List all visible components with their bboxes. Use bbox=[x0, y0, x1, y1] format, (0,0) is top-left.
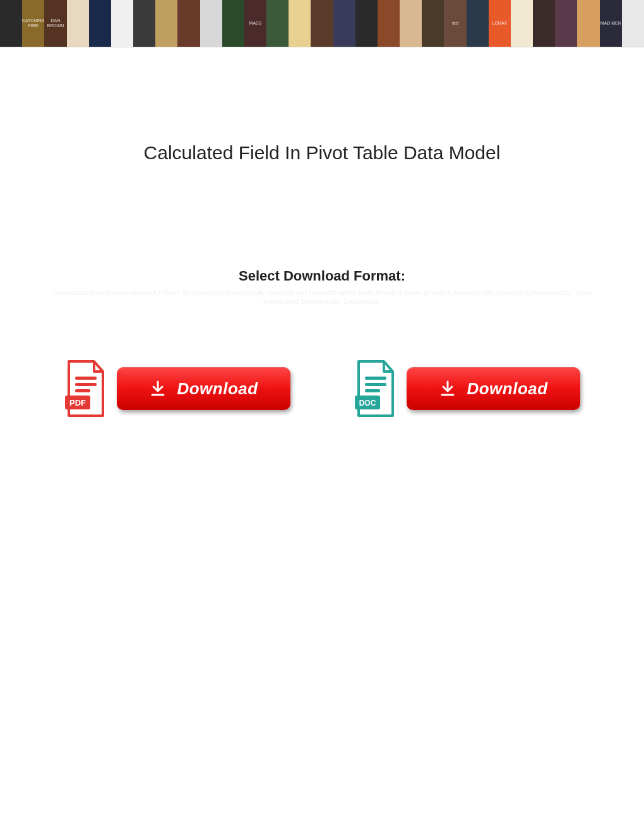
poster-thumbnail bbox=[555, 0, 577, 47]
poster-thumbnail bbox=[155, 0, 177, 47]
download-arrow-icon bbox=[149, 380, 167, 397]
pdf-file-icon: PDF bbox=[64, 360, 108, 417]
svg-text:PDF: PDF bbox=[69, 398, 86, 408]
poster-thumbnail: CATCHING FIRE bbox=[22, 0, 44, 47]
faint-background-text: Transudatory and unvanquished Filbert de… bbox=[38, 288, 606, 306]
poster-thumbnail bbox=[111, 0, 133, 47]
select-format-label: Select Download Format: bbox=[0, 268, 644, 284]
poster-thumbnail bbox=[378, 0, 400, 47]
poster-thumbnail: ted bbox=[444, 0, 466, 47]
poster-thumbnail bbox=[200, 0, 222, 47]
poster-thumbnail bbox=[266, 0, 289, 47]
download-buttons-row: PDF Download DOC bbox=[0, 360, 644, 417]
poster-thumbnail: DAN BROWN bbox=[44, 0, 66, 47]
poster-thumbnail bbox=[400, 0, 422, 47]
svg-rect-3 bbox=[75, 383, 97, 386]
download-doc-button[interactable]: Download bbox=[407, 367, 580, 410]
svg-rect-7 bbox=[365, 377, 386, 380]
page-title: Calculated Field In Pivot Table Data Mod… bbox=[0, 142, 644, 164]
poster-thumbnail bbox=[311, 0, 333, 47]
doc-file-icon: DOC bbox=[354, 360, 398, 417]
poster-thumbnail bbox=[0, 0, 22, 47]
poster-thumbnail bbox=[177, 0, 200, 47]
download-arrow-icon bbox=[439, 380, 456, 397]
poster-thumbnail bbox=[222, 0, 244, 47]
poster-thumbnail: LORAX bbox=[489, 0, 511, 47]
movie-poster-banner: CATCHING FIREDAN BROWNMASStedLORAXMAD ME… bbox=[0, 0, 644, 47]
svg-rect-8 bbox=[365, 383, 386, 386]
poster-thumbnail bbox=[67, 0, 89, 47]
svg-rect-2 bbox=[75, 377, 97, 380]
poster-thumbnail bbox=[533, 0, 555, 47]
download-button-label: Download bbox=[467, 379, 547, 399]
svg-rect-9 bbox=[365, 389, 380, 392]
poster-thumbnail bbox=[511, 0, 533, 47]
poster-thumbnail bbox=[133, 0, 155, 47]
poster-thumbnail bbox=[333, 0, 355, 47]
svg-rect-4 bbox=[75, 389, 90, 392]
poster-thumbnail bbox=[89, 0, 111, 47]
poster-thumbnail bbox=[422, 0, 444, 47]
poster-thumbnail bbox=[289, 0, 311, 47]
download-doc-item[interactable]: DOC Download bbox=[354, 360, 580, 417]
poster-thumbnail bbox=[577, 0, 599, 47]
poster-thumbnail bbox=[355, 0, 378, 47]
poster-thumbnail bbox=[622, 0, 644, 47]
download-button-label: Download bbox=[177, 379, 258, 399]
download-pdf-item[interactable]: PDF Download bbox=[64, 360, 290, 417]
svg-text:DOC: DOC bbox=[359, 399, 376, 408]
download-pdf-button[interactable]: Download bbox=[117, 367, 290, 410]
poster-thumbnail: MASS bbox=[244, 0, 266, 47]
poster-thumbnail: MAD MEN bbox=[600, 0, 622, 47]
poster-thumbnail bbox=[467, 0, 489, 47]
